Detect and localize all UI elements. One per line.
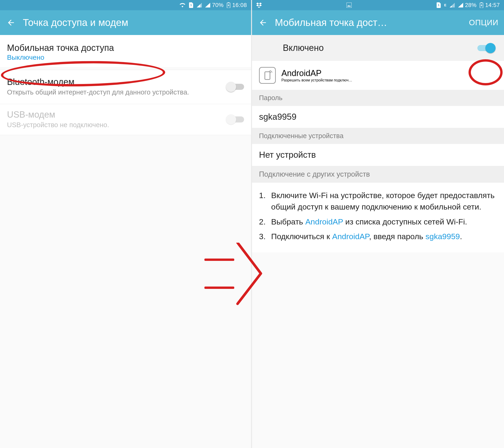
page-title: Мобильная точка дост… — [275, 17, 465, 28]
hotspot-device-icon — [259, 67, 276, 84]
enabled-row: Включено — [252, 35, 504, 61]
battery-text: 70% — [212, 2, 224, 8]
connected-devices-header: Подключенные устройства — [252, 128, 504, 144]
password-value[interactable]: sgka9959 — [252, 106, 504, 128]
usb-tether-toggle — [226, 115, 244, 124]
mobile-hotspot-title: Мобильная точка доступа — [7, 43, 244, 53]
page-title: Точка доступа и модем — [23, 17, 246, 28]
settings-list: Мобильная точка доступа Выключено Blueto… — [0, 35, 251, 448]
battery-text: 28% — [465, 2, 477, 8]
signal1-icon — [450, 3, 455, 7]
battery-charging-icon — [227, 2, 230, 8]
ap-subtitle: Разрешить всем устройствам подключ… — [281, 78, 352, 82]
app-bar: Мобильная точка дост… ОПЦИИ — [252, 10, 504, 35]
app-bar: Точка доступа и модем — [0, 10, 251, 35]
ap-name-link: AndroidAP — [332, 232, 369, 241]
instruction-step: Выбрать AndroidAP из списка доступных се… — [259, 216, 497, 228]
instruction-step: Включите Wi-Fi на устройстве, которое бу… — [259, 190, 497, 213]
dropbox-icon — [256, 2, 262, 8]
usb-tether-row: USB-модем USB-устройство не подключено. — [0, 104, 251, 135]
bluetooth-tether-desc: Открыть общий интернет-доступ для данног… — [7, 88, 224, 97]
mobile-hotspot-row[interactable]: Мобильная точка доступа Выключено — [0, 35, 251, 67]
status-bar: 1 E 28% 14:57 — [252, 0, 504, 10]
battery-charging-icon — [480, 2, 483, 8]
master-toggle[interactable] — [477, 43, 495, 53]
image-icon — [346, 2, 352, 8]
connected-devices-value: Нет устройств — [252, 144, 504, 166]
usb-tether-desc: USB-устройство не подключено. — [7, 121, 224, 129]
instructions: Включите Wi-Fi на устройстве, которое бу… — [252, 183, 504, 252]
sim-icon: 1 — [436, 2, 441, 8]
options-button[interactable]: ОПЦИИ — [469, 18, 498, 27]
password-header: Пароль — [252, 90, 504, 106]
sim-icon: 1 — [189, 2, 193, 8]
bluetooth-tether-title: Bluetooth-модем — [7, 77, 224, 87]
back-button[interactable] — [6, 17, 16, 28]
clock-text: 16:08 — [232, 2, 247, 8]
usb-tether-title: USB-модем — [7, 110, 224, 120]
enabled-label: Включено — [261, 43, 324, 53]
svg-rect-3 — [346, 2, 352, 8]
wifi-icon — [180, 3, 185, 7]
svg-rect-7 — [265, 72, 270, 80]
status-bar: 1 70% 16:08 — [0, 0, 251, 10]
password-link: sgka9959 — [426, 232, 460, 241]
back-button[interactable] — [258, 17, 268, 28]
hotspot-details: Включено AndroidAP Разрешить всем устрой… — [252, 35, 504, 448]
signal2-icon — [205, 3, 210, 7]
ap-name-link: AndroidAP — [305, 217, 343, 226]
instruction-step: Подключиться к AndroidAP, введя пароль s… — [259, 231, 497, 242]
network-type-icon: E — [444, 3, 446, 7]
signal2-icon — [458, 3, 463, 7]
bluetooth-tether-row[interactable]: Bluetooth-модем Открыть общий интернет-д… — [0, 70, 251, 104]
mobile-hotspot-status: Выключено — [7, 54, 244, 61]
left-screenshot: 1 70% 16:08 Точка доступа и модем Мобиль… — [0, 0, 252, 448]
svg-rect-2 — [228, 2, 229, 3]
howto-header: Подключение с других устройств — [252, 166, 504, 183]
svg-text:1: 1 — [190, 3, 192, 7]
svg-text:1: 1 — [438, 3, 439, 7]
ap-name: AndroidAP — [281, 68, 352, 78]
ap-row[interactable]: AndroidAP Разрешить всем устройствам под… — [252, 61, 504, 90]
svg-rect-6 — [481, 2, 482, 3]
right-screenshot: 1 E 28% 14:57 Мобильная точка дост… ОПЦИ… — [252, 0, 504, 448]
clock-text: 14:57 — [485, 2, 500, 8]
signal1-icon — [197, 3, 202, 7]
bluetooth-tether-toggle[interactable] — [226, 82, 244, 91]
